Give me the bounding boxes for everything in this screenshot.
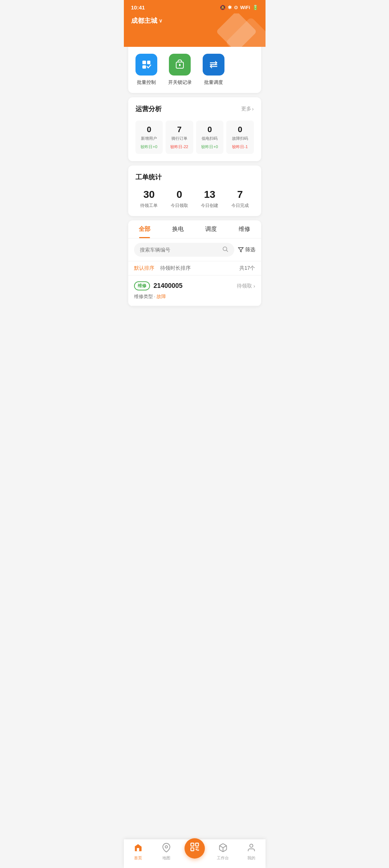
scan-icon <box>190 842 200 855</box>
work-pending[interactable]: 30 待领工单 <box>135 189 163 209</box>
wifi-icon: WiFi <box>240 5 250 10</box>
work-order-type: 维修类型 · 故障 <box>134 293 255 300</box>
ops-analysis-card: 运营分析 更多 › 0 新增用户 较昨日+0 7 骑行订单 较昨日-22 0 低 <box>128 97 261 161</box>
ops-new-users-label: 新增用户 <box>138 136 160 141</box>
tab-battery-swap[interactable]: 换电 <box>161 220 195 238</box>
tab-repair[interactable]: 维修 <box>228 220 261 238</box>
status-time: 10:41 <box>131 4 145 11</box>
quick-function-batch-control[interactable]: 批量控制 <box>135 54 157 86</box>
quick-functions-grid: 批量控制 开关锁记录 <box>135 54 254 86</box>
ops-riding-orders[interactable]: 7 骑行订单 较昨日-22 <box>166 121 193 154</box>
ops-riding-orders-change: 较昨日-22 <box>169 144 190 150</box>
mine-icon <box>247 843 256 854</box>
sort-bar: 默认排序 待领时长排序 共17个 <box>128 261 261 276</box>
work-order-left: 维修 21400005 <box>134 281 183 290</box>
header: 成都主城 ∨ <box>124 13 266 47</box>
status-icons: 🔕 ✱ ⊙ WiFi 🔋 <box>220 5 258 10</box>
filter-button[interactable]: 筛选 <box>238 246 255 253</box>
tab-all[interactable]: 全部 <box>128 220 162 238</box>
ops-fault-scan[interactable]: 0 故障扫码 较昨日-1 <box>226 121 254 154</box>
batch-dispatch-label: 批量调度 <box>204 79 223 86</box>
lock-record-label: 开关锁记录 <box>168 79 192 86</box>
nav-scan-button[interactable] <box>185 838 205 859</box>
location-text: 成都主城 <box>131 16 157 25</box>
bottom-spacer <box>128 310 261 339</box>
work-order-type-label: 维修类型 <box>134 294 153 299</box>
ops-low-battery[interactable]: 0 低电扫码 较昨日+0 <box>196 121 224 154</box>
work-today-claimed[interactable]: 0 今日领取 <box>166 189 193 209</box>
bell-icon: 🔕 <box>220 5 226 10</box>
ops-riding-orders-label: 骑行订单 <box>169 136 190 141</box>
status-bar: 10:41 🔕 ✱ ⊙ WiFi 🔋 <box>124 0 266 13</box>
nav-home-label: 首页 <box>134 855 142 861</box>
search-input-wrapper[interactable] <box>134 243 234 257</box>
ops-low-battery-change: 较昨日+0 <box>199 144 221 150</box>
work-order-item-header: 维修 21400005 待领取 › <box>134 281 255 290</box>
nav-map[interactable]: 地图 <box>152 843 181 861</box>
filter-label: 筛选 <box>245 246 255 253</box>
ops-low-battery-number: 0 <box>199 125 221 134</box>
ops-fault-scan-change: 较昨日-1 <box>229 144 251 150</box>
nav-map-label: 地图 <box>162 855 170 861</box>
ops-riding-orders-number: 7 <box>169 125 190 134</box>
ops-analysis-more-button[interactable]: 更多 › <box>241 106 254 112</box>
work-order-list-card: 全部 换电 调度 维修 筛选 <box>128 220 261 306</box>
nav-mine[interactable]: 我的 <box>237 843 266 861</box>
nav-scan-center <box>181 845 209 859</box>
batch-dispatch-icon <box>203 54 224 76</box>
work-today-completed[interactable]: 7 今日完成 <box>226 189 254 209</box>
ops-analysis-header: 运营分析 更多 › <box>135 105 254 113</box>
ops-new-users[interactable]: 0 新增用户 较昨日+0 <box>135 121 163 154</box>
nav-workbench-label: 工作台 <box>217 855 229 861</box>
ops-new-users-change: 较昨日+0 <box>138 144 160 150</box>
more-chevron-icon: › <box>252 106 254 112</box>
svg-marker-10 <box>238 248 243 252</box>
work-order-type-value: 故障 <box>157 294 166 299</box>
work-today-claimed-label: 今日领取 <box>166 203 193 209</box>
battery-icon: 🔋 <box>252 5 258 10</box>
bluetooth-icon: ✱ <box>228 5 232 10</box>
sort-default[interactable]: 默认排序 <box>134 265 154 272</box>
location-icon: ⊙ <box>234 5 238 10</box>
tab-dispatch[interactable]: 调度 <box>195 220 228 238</box>
tabs-header: 全部 换电 调度 维修 <box>128 220 261 239</box>
cards-container: 常用功能 管理 › 批量控制 <box>124 30 266 339</box>
quick-function-batch-dispatch[interactable]: 批量调度 <box>203 54 224 86</box>
work-order-stats-title: 工单统计 <box>135 173 162 182</box>
nav-workbench[interactable]: 工作台 <box>209 843 237 861</box>
work-today-created-label: 今日创建 <box>196 203 224 209</box>
ops-analysis-title: 运营分析 <box>135 105 162 113</box>
work-order-id: 21400005 <box>154 282 183 290</box>
svg-line-9 <box>226 250 228 252</box>
ops-new-users-number: 0 <box>138 125 160 134</box>
nav-mine-label: 我的 <box>247 855 255 861</box>
svg-point-21 <box>250 844 253 847</box>
nav-home[interactable]: 首页 <box>124 843 152 861</box>
lock-record-icon <box>169 54 191 76</box>
work-today-claimed-number: 0 <box>166 189 193 200</box>
svg-rect-2 <box>147 61 150 64</box>
svg-rect-1 <box>142 65 146 69</box>
svg-point-12 <box>165 846 167 848</box>
home-icon <box>133 843 143 854</box>
work-today-created-number: 13 <box>196 189 224 200</box>
quick-function-lock-record[interactable]: 开关锁记录 <box>168 54 192 86</box>
sort-pending-duration[interactable]: 待领时长排序 <box>160 265 191 272</box>
work-pending-number: 30 <box>135 189 163 200</box>
ops-low-battery-label: 低电扫码 <box>199 136 221 141</box>
svg-rect-15 <box>191 848 194 851</box>
work-order-item[interactable]: 维修 21400005 待领取 › 维修类型 · 故障 <box>128 276 261 306</box>
search-input[interactable] <box>140 247 219 253</box>
more-label: 更多 <box>241 106 251 112</box>
work-order-status-text: 待领取 <box>237 283 252 289</box>
svg-rect-11 <box>137 848 139 851</box>
work-order-stats-grid: 30 待领工单 0 今日领取 13 今日创建 7 今日完成 <box>135 189 254 209</box>
batch-control-icon <box>135 54 157 76</box>
work-today-created[interactable]: 13 今日创建 <box>196 189 224 209</box>
workbench-icon <box>218 843 228 854</box>
svg-rect-0 <box>142 61 146 64</box>
work-today-completed-label: 今日完成 <box>226 203 254 209</box>
ops-grid: 0 新增用户 较昨日+0 7 骑行订单 较昨日-22 0 低电扫码 较昨日+0 … <box>135 121 254 154</box>
ops-fault-scan-label: 故障扫码 <box>229 136 251 141</box>
svg-rect-4 <box>179 64 181 66</box>
